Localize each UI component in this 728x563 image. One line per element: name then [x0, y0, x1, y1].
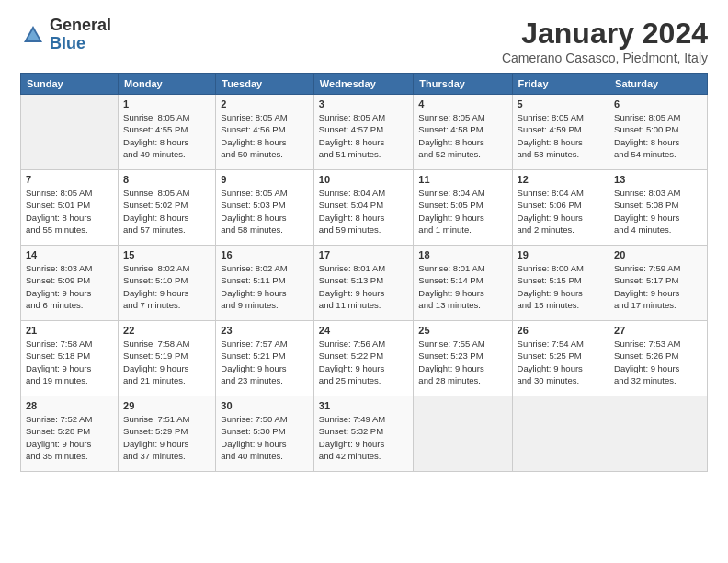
- day-info: Sunrise: 7:51 AMSunset: 5:29 PMDaylight:…: [123, 413, 210, 462]
- day-number: 9: [221, 174, 309, 185]
- logo-blue: Blue: [50, 35, 111, 53]
- logo-text: General Blue: [50, 17, 111, 53]
- day-info: Sunrise: 8:05 AMSunset: 5:00 PMDaylight:…: [614, 111, 702, 160]
- logo: General Blue: [20, 17, 111, 53]
- day-info: Sunrise: 8:02 AMSunset: 5:11 PMDaylight:…: [221, 262, 309, 311]
- calendar-cell: 23Sunrise: 7:57 AMSunset: 5:21 PMDayligh…: [216, 321, 314, 396]
- calendar-header: SundayMondayTuesdayWednesdayThursdayFrid…: [21, 74, 708, 95]
- day-number: 18: [418, 249, 506, 260]
- logo-general: General: [50, 17, 111, 35]
- calendar-cell: 22Sunrise: 7:58 AMSunset: 5:19 PMDayligh…: [119, 321, 216, 396]
- calendar-cell: 24Sunrise: 7:56 AMSunset: 5:22 PMDayligh…: [313, 321, 414, 396]
- day-number: 28: [26, 400, 113, 411]
- day-info: Sunrise: 8:03 AMSunset: 5:09 PMDaylight:…: [26, 262, 113, 311]
- day-info: Sunrise: 7:49 AMSunset: 5:32 PMDaylight:…: [319, 413, 409, 462]
- header-cell-friday: Friday: [512, 74, 609, 95]
- day-info: Sunrise: 7:56 AMSunset: 5:22 PMDaylight:…: [319, 338, 409, 386]
- day-number: 30: [221, 400, 309, 411]
- calendar-cell: 14Sunrise: 8:03 AMSunset: 5:09 PMDayligh…: [21, 246, 119, 321]
- day-info: Sunrise: 8:04 AMSunset: 5:04 PMDaylight:…: [319, 187, 409, 236]
- header-cell-tuesday: Tuesday: [216, 74, 314, 95]
- day-info: Sunrise: 8:01 AMSunset: 5:13 PMDaylight:…: [319, 262, 409, 311]
- day-info: Sunrise: 8:05 AMSunset: 4:58 PMDaylight:…: [418, 111, 506, 160]
- calendar-cell: 27Sunrise: 7:53 AMSunset: 5:26 PMDayligh…: [609, 321, 708, 396]
- calendar-cell: 26Sunrise: 7:54 AMSunset: 5:25 PMDayligh…: [512, 321, 609, 396]
- calendar-week-1: 7Sunrise: 8:05 AMSunset: 5:01 PMDaylight…: [21, 170, 708, 246]
- calendar-cell: 5Sunrise: 8:05 AMSunset: 4:59 PMDaylight…: [512, 95, 609, 170]
- day-number: 24: [319, 325, 409, 336]
- calendar-cell: 3Sunrise: 8:05 AMSunset: 4:57 PMDaylight…: [313, 95, 414, 170]
- day-info: Sunrise: 8:01 AMSunset: 5:14 PMDaylight:…: [418, 262, 506, 311]
- calendar-cell: 6Sunrise: 8:05 AMSunset: 5:00 PMDaylight…: [609, 95, 708, 170]
- calendar-cell: 2Sunrise: 8:05 AMSunset: 4:56 PMDaylight…: [216, 95, 314, 170]
- calendar-cell: 28Sunrise: 7:52 AMSunset: 5:28 PMDayligh…: [21, 396, 119, 472]
- day-info: Sunrise: 7:54 AMSunset: 5:25 PMDaylight:…: [518, 338, 605, 386]
- calendar-week-0: 1Sunrise: 8:05 AMSunset: 4:55 PMDaylight…: [21, 95, 708, 170]
- calendar-table: SundayMondayTuesdayWednesdayThursdayFrid…: [20, 73, 708, 472]
- day-info: Sunrise: 7:58 AMSunset: 5:18 PMDaylight:…: [26, 338, 113, 386]
- calendar-cell: 30Sunrise: 7:50 AMSunset: 5:30 PMDayligh…: [216, 396, 314, 472]
- title-block: January 2024 Camerano Casasco, Piedmont,…: [502, 17, 708, 65]
- calendar-cell: 25Sunrise: 7:55 AMSunset: 5:23 PMDayligh…: [414, 321, 512, 396]
- location-subtitle: Camerano Casasco, Piedmont, Italy: [502, 51, 708, 65]
- day-info: Sunrise: 8:03 AMSunset: 5:08 PMDaylight:…: [614, 187, 702, 236]
- day-number: 13: [614, 174, 702, 185]
- day-number: 7: [26, 174, 113, 185]
- header-row: SundayMondayTuesdayWednesdayThursdayFrid…: [21, 74, 708, 95]
- day-info: Sunrise: 8:04 AMSunset: 5:05 PMDaylight:…: [418, 187, 506, 236]
- day-number: 31: [319, 400, 409, 411]
- day-info: Sunrise: 8:05 AMSunset: 4:55 PMDaylight:…: [123, 111, 210, 160]
- day-info: Sunrise: 8:05 AMSunset: 5:01 PMDaylight:…: [26, 187, 113, 236]
- day-number: 21: [26, 325, 113, 336]
- calendar-cell: 8Sunrise: 8:05 AMSunset: 5:02 PMDaylight…: [119, 170, 216, 246]
- calendar-cell: 31Sunrise: 7:49 AMSunset: 5:32 PMDayligh…: [313, 396, 414, 472]
- header-cell-wednesday: Wednesday: [313, 74, 414, 95]
- day-number: 4: [418, 98, 506, 109]
- day-info: Sunrise: 7:55 AMSunset: 5:23 PMDaylight:…: [418, 338, 506, 386]
- day-info: Sunrise: 8:05 AMSunset: 5:03 PMDaylight:…: [221, 187, 309, 236]
- day-info: Sunrise: 7:53 AMSunset: 5:26 PMDaylight:…: [614, 338, 702, 386]
- day-number: 14: [26, 249, 113, 260]
- calendar-cell: 17Sunrise: 8:01 AMSunset: 5:13 PMDayligh…: [313, 246, 414, 321]
- day-number: 3: [319, 98, 409, 109]
- day-number: 11: [418, 174, 506, 185]
- calendar-week-3: 21Sunrise: 7:58 AMSunset: 5:18 PMDayligh…: [21, 321, 708, 396]
- day-number: 6: [614, 98, 702, 109]
- calendar-cell: 7Sunrise: 8:05 AMSunset: 5:01 PMDaylight…: [21, 170, 119, 246]
- header-cell-saturday: Saturday: [609, 74, 708, 95]
- calendar-cell: 16Sunrise: 8:02 AMSunset: 5:11 PMDayligh…: [216, 246, 314, 321]
- day-info: Sunrise: 7:57 AMSunset: 5:21 PMDaylight:…: [221, 338, 309, 386]
- day-info: Sunrise: 7:52 AMSunset: 5:28 PMDaylight:…: [26, 413, 113, 462]
- calendar-cell: [21, 95, 119, 170]
- day-info: Sunrise: 7:50 AMSunset: 5:30 PMDaylight:…: [221, 413, 309, 462]
- month-title: January 2024: [502, 17, 708, 51]
- calendar-cell: [609, 396, 708, 472]
- day-info: Sunrise: 8:05 AMSunset: 5:02 PMDaylight:…: [123, 187, 210, 236]
- calendar-cell: [512, 396, 609, 472]
- calendar-cell: 11Sunrise: 8:04 AMSunset: 5:05 PMDayligh…: [414, 170, 512, 246]
- day-number: 29: [123, 400, 210, 411]
- day-number: 2: [221, 98, 309, 109]
- day-number: 8: [123, 174, 210, 185]
- calendar-cell: [414, 396, 512, 472]
- page: General Blue January 2024 Camerano Casas…: [0, 0, 728, 563]
- day-info: Sunrise: 8:00 AMSunset: 5:15 PMDaylight:…: [518, 262, 605, 311]
- day-number: 19: [518, 249, 605, 260]
- calendar-week-2: 14Sunrise: 8:03 AMSunset: 5:09 PMDayligh…: [21, 246, 708, 321]
- calendar-cell: 15Sunrise: 8:02 AMSunset: 5:10 PMDayligh…: [119, 246, 216, 321]
- calendar-cell: 19Sunrise: 8:00 AMSunset: 5:15 PMDayligh…: [512, 246, 609, 321]
- logo-icon: [20, 22, 46, 48]
- calendar-cell: 20Sunrise: 7:59 AMSunset: 5:17 PMDayligh…: [609, 246, 708, 321]
- header-cell-monday: Monday: [119, 74, 216, 95]
- header-cell-thursday: Thursday: [414, 74, 512, 95]
- day-number: 23: [221, 325, 309, 336]
- header: General Blue January 2024 Camerano Casas…: [20, 17, 708, 65]
- day-info: Sunrise: 8:05 AMSunset: 4:56 PMDaylight:…: [221, 111, 309, 160]
- day-number: 22: [123, 325, 210, 336]
- day-info: Sunrise: 8:05 AMSunset: 4:59 PMDaylight:…: [518, 111, 605, 160]
- calendar-cell: 9Sunrise: 8:05 AMSunset: 5:03 PMDaylight…: [216, 170, 314, 246]
- day-number: 5: [518, 98, 605, 109]
- day-number: 26: [518, 325, 605, 336]
- day-info: Sunrise: 7:59 AMSunset: 5:17 PMDaylight:…: [614, 262, 702, 311]
- calendar-cell: 13Sunrise: 8:03 AMSunset: 5:08 PMDayligh…: [609, 170, 708, 246]
